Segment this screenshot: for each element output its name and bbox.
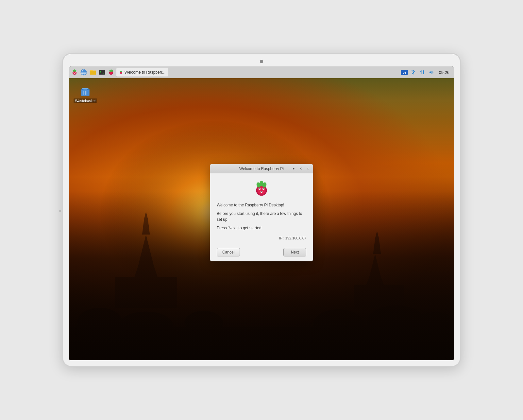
dialog-minimize-btn[interactable]: ▾	[291, 166, 296, 172]
cancel-button[interactable]: Cancel	[217, 248, 240, 256]
taskbar-right: ve	[398, 69, 454, 76]
svg-point-54	[260, 181, 263, 186]
dialog-text-block: Welcome to the Raspberry Pi Desktop! Bef…	[217, 202, 306, 231]
bluetooth-icon[interactable]	[409, 69, 417, 76]
screen: $ _	[69, 66, 454, 360]
taskbar: $ _	[69, 66, 454, 78]
dialog-ip: IP : 192.168.6.67	[217, 235, 306, 240]
svg-point-60	[261, 191, 262, 192]
dialog-footer: Cancel Next	[210, 245, 313, 261]
device-frame: $ _	[62, 53, 461, 367]
volume-icon[interactable]	[428, 69, 435, 76]
taskbar-clock: 09:26	[437, 70, 451, 75]
svg-point-9	[75, 72, 76, 72]
svg-marker-28	[430, 71, 431, 74]
network-svg	[420, 70, 425, 75]
svg-point-27	[121, 71, 122, 72]
svg-point-10	[75, 73, 75, 74]
taskbar-rpiconfig-icon[interactable]	[107, 68, 115, 77]
ve-badge: ve	[401, 70, 408, 75]
dialog-heading: Welcome to the Raspberry Pi Desktop!	[217, 202, 306, 208]
taskbar-open-window[interactable]: Welcome to Raspberr...	[116, 68, 168, 77]
rpi-small-svg	[108, 69, 115, 76]
svg-point-4	[74, 69, 75, 71]
window-rpi-icon	[119, 70, 123, 75]
svg-point-58	[259, 188, 260, 189]
dialog-body1: Before you start using it, there are a f…	[217, 211, 306, 222]
taskbar-terminal-icon[interactable]: $ _	[98, 68, 106, 77]
taskbar-browser-icon[interactable]	[79, 68, 88, 77]
camera-dot	[260, 60, 263, 63]
dialog-rpi-logo	[252, 179, 271, 198]
welcome-dialog: Welcome to Raspberry Pi ▾ ✕ ×	[210, 164, 313, 261]
open-window-title: Welcome to Raspberr...	[125, 70, 165, 75]
dialog-close-btn[interactable]: ×	[305, 166, 311, 172]
svg-text:$ _: $ _	[100, 71, 105, 74]
side-button	[59, 210, 61, 212]
globe-svg	[80, 69, 87, 76]
dialog-restore-btn[interactable]: ✕	[298, 166, 304, 172]
terminal-svg: $ _	[98, 69, 106, 76]
taskbar-rpi-icon[interactable]	[70, 68, 79, 77]
svg-point-8	[74, 72, 74, 72]
volume-svg	[429, 70, 434, 75]
svg-point-51	[258, 186, 265, 194]
svg-point-59	[263, 188, 264, 189]
bt-svg	[411, 70, 416, 75]
desktop: Wastebasket Welcome to Raspberry Pi ▾ ✕ …	[69, 78, 454, 360]
rpi-logo-svg	[252, 179, 271, 198]
dialog-controls: ▾ ✕ ×	[291, 166, 311, 172]
taskbar-left: $ _	[69, 68, 170, 77]
network-icon[interactable]	[418, 69, 426, 76]
dialog-overlay: Welcome to Raspberry Pi ▾ ✕ ×	[69, 78, 454, 360]
dialog-body: Welcome to the Raspberry Pi Desktop! Bef…	[210, 173, 313, 245]
raspberry-pi-svg	[71, 69, 78, 76]
next-button[interactable]: Next	[283, 248, 306, 256]
dialog-body2: Press 'Next' to get started.	[217, 225, 306, 231]
svg-point-22	[110, 69, 112, 71]
taskbar-filemanager-icon[interactable]	[89, 68, 97, 77]
dialog-titlebar: Welcome to Raspberry Pi ▾ ✕ ×	[210, 164, 313, 173]
folder-svg	[89, 69, 96, 76]
